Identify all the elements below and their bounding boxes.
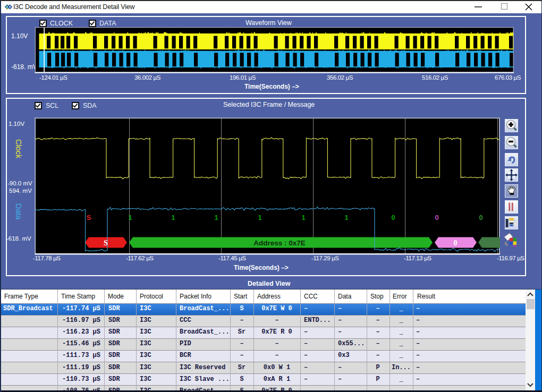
svg-text:0: 0 bbox=[435, 214, 438, 221]
svg-text:1: 1 bbox=[301, 214, 305, 221]
svg-text:S: S bbox=[104, 239, 108, 247]
svg-text:1: 1 bbox=[258, 214, 261, 221]
svg-text:0: 0 bbox=[454, 239, 458, 247]
svg-text:1: 1 bbox=[171, 214, 175, 221]
svg-text:Address : 0x7E: Address : 0x7E bbox=[253, 239, 306, 247]
svg-text:S: S bbox=[87, 214, 91, 221]
svg-text:0: 0 bbox=[391, 214, 395, 221]
svg-text:Clock: Clock bbox=[14, 139, 23, 158]
svg-text:Data: Data bbox=[14, 203, 23, 220]
svg-text:1: 1 bbox=[128, 214, 132, 221]
svg-text:0: 0 bbox=[479, 214, 482, 221]
svg-text:1: 1 bbox=[214, 214, 218, 221]
svg-text:1: 1 bbox=[344, 214, 348, 221]
